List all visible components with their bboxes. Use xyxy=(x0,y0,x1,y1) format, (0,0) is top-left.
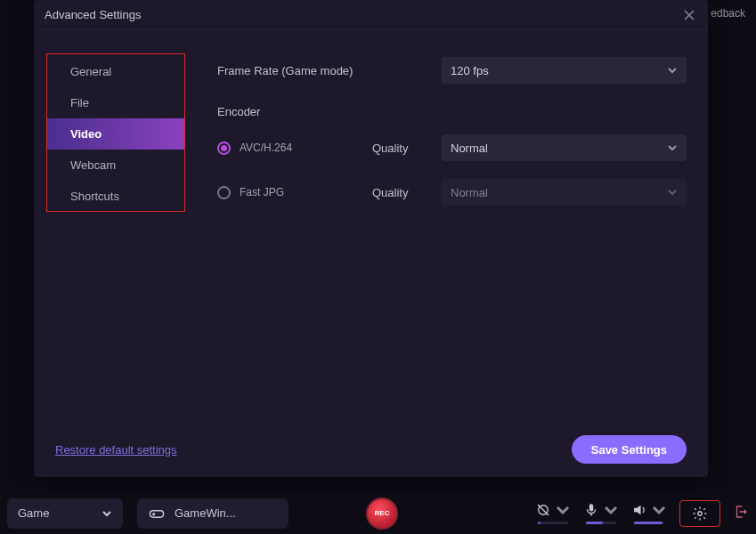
mic-icon xyxy=(583,502,599,518)
exit-icon xyxy=(733,504,749,520)
quality-label-2: Quality xyxy=(372,186,442,199)
svg-rect-2 xyxy=(589,504,594,511)
encoder-label: Encoder xyxy=(217,105,687,118)
camera-toggle[interactable] xyxy=(535,502,571,518)
camera-level xyxy=(538,522,568,524)
settings-content: Frame Rate (Game mode) 120 fps Encoder A… xyxy=(217,53,687,422)
quality-select-avc[interactable]: Normal xyxy=(442,134,687,161)
chevron-down-icon xyxy=(555,502,571,518)
chevron-down-icon xyxy=(667,142,678,153)
quality-value-2: Normal xyxy=(451,186,488,199)
modal-footer: Restore default settings Save Settings xyxy=(34,422,708,477)
chevron-down-icon xyxy=(651,502,667,518)
save-settings-button[interactable]: Save Settings xyxy=(572,435,687,464)
mic-level xyxy=(586,522,616,524)
bottom-control-bar: Game GameWin... REC xyxy=(0,492,756,534)
mic-toggle[interactable] xyxy=(583,502,619,518)
radio-avc-label: AVC/H.264 xyxy=(240,142,292,154)
quality-select-fastjpg: Normal xyxy=(442,179,687,206)
chevron-down-icon xyxy=(667,65,678,76)
rec-label: REC xyxy=(375,509,390,517)
game-window-value: GameWin... xyxy=(175,506,236,520)
speaker-icon xyxy=(631,502,647,518)
radio-fastjpg-label: Fast JPG xyxy=(240,186,284,198)
settings-sidebar: General File Video Webcam Shortcuts xyxy=(46,53,185,212)
gamepad-icon xyxy=(148,505,166,522)
radio-avc[interactable] xyxy=(217,142,231,155)
advanced-settings-modal: Advanced Settings General File Video Web… xyxy=(34,0,708,477)
sidebar-item-general[interactable]: General xyxy=(47,56,184,87)
framerate-value: 120 fps xyxy=(451,64,489,77)
game-window-select[interactable]: GameWin... xyxy=(137,498,289,529)
settings-button[interactable] xyxy=(679,500,720,527)
svg-rect-0 xyxy=(150,510,164,517)
framerate-select[interactable]: 120 fps xyxy=(442,57,687,84)
quality-label-1: Quality xyxy=(372,142,442,155)
sidebar-item-file[interactable]: File xyxy=(47,87,184,118)
svg-point-3 xyxy=(698,511,703,515)
chevron-down-icon xyxy=(102,508,112,519)
speaker-toggle[interactable] xyxy=(631,502,667,518)
record-button[interactable]: REC xyxy=(366,498,398,530)
mode-select[interactable]: Game xyxy=(7,498,123,529)
radio-fastjpg[interactable] xyxy=(217,186,231,199)
sidebar-item-shortcuts[interactable]: Shortcuts xyxy=(47,181,184,212)
sidebar-item-video[interactable]: Video xyxy=(47,118,184,150)
framerate-label: Frame Rate (Game mode) xyxy=(217,64,442,77)
close-icon[interactable] xyxy=(681,7,697,23)
quality-value-1: Normal xyxy=(451,142,488,155)
chevron-down-icon xyxy=(603,502,619,518)
speaker-level xyxy=(634,522,664,524)
exit-button[interactable] xyxy=(733,504,749,523)
restore-defaults-link[interactable]: Restore default settings xyxy=(55,443,177,457)
modal-header: Advanced Settings xyxy=(34,0,708,30)
modal-title: Advanced Settings xyxy=(45,8,141,21)
chevron-down-icon xyxy=(667,187,678,198)
sidebar-item-webcam[interactable]: Webcam xyxy=(47,150,184,181)
camera-off-icon xyxy=(535,502,551,518)
gear-icon xyxy=(692,506,708,522)
feedback-link[interactable]: edback xyxy=(711,7,745,20)
mode-value: Game xyxy=(18,506,49,520)
